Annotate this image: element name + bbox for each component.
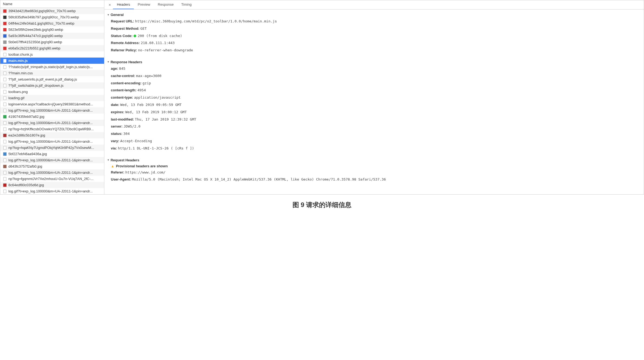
request-name: 04ff4ec24fe34ab1.jpg!q90!cc_70x70.webp	[8, 21, 74, 25]
file-type-icon	[3, 78, 7, 81]
request-row[interactable]: main.min.js	[0, 58, 104, 64]
file-type-icon	[3, 28, 7, 32]
svg-rect-3	[3, 28, 6, 31]
request-name: ??main.min.css	[8, 71, 33, 75]
header-key: Remote Address:	[111, 41, 140, 45]
request-row[interactable]: 39f43d421fbe863d.jpg!q90!cc_70x70.webp	[0, 8, 104, 14]
svg-rect-17	[3, 115, 6, 118]
file-type-icon	[3, 189, 7, 193]
svg-rect-28	[3, 184, 6, 187]
request-row[interactable]: 04ff4ec24fe34ab1.jpg!q90!cc_70x70.webp	[0, 20, 104, 26]
request-row[interactable]: toolbar.chunk.js	[0, 51, 104, 58]
request-row[interactable]: np?log=hzjhKffkcsbOOvwksYQ7Z0LTDbc8Cqwli…	[0, 126, 104, 132]
svg-rect-18	[4, 121, 6, 125]
file-type-icon	[3, 96, 7, 100]
request-name: ??jdf_switchable.js,jdf_dropdown.js	[8, 84, 64, 88]
request-row[interactable]: loading.gif	[0, 95, 104, 101]
request-row[interactable]: d643fc3757f2afb0.jpg	[0, 163, 104, 169]
request-row[interactable]: 5a93c36fN44a747c0.jpg!q90.webp	[0, 33, 104, 39]
request-row[interactable]: eb6a5c2b221fb552.jpg!q90.webp	[0, 45, 104, 51]
request-row[interactable]: loginservice.aspx?callback=jQuery2983801…	[0, 101, 104, 107]
request-row[interactable]: ??jdf_setuserinfo.js,jdf_event.js,jdf_di…	[0, 76, 104, 82]
file-type-icon	[3, 109, 7, 112]
name-column-header[interactable]: Name	[0, 0, 104, 8]
details-tabs: × HeadersPreviewResponseTiming	[104, 0, 644, 9]
header-value: gzip	[142, 81, 151, 85]
request-row[interactable]: toolbars.png	[0, 89, 104, 95]
file-type-icon	[3, 9, 7, 13]
header-value: Thu, 17 Jan 2019 12:39:32 GMT	[135, 117, 196, 121]
file-type-icon	[3, 71, 7, 75]
svg-rect-4	[3, 34, 6, 38]
header-value: Wed, 13 Feb 2019 10:00:12 GMT	[125, 110, 187, 114]
header-key: content-encoding:	[111, 81, 141, 85]
header-row: Request Method: GET	[107, 25, 640, 32]
tab-preview[interactable]: Preview	[134, 0, 154, 9]
header-value: Accept-Encoding	[120, 139, 152, 143]
svg-rect-21	[4, 140, 6, 143]
request-name: 5b0e07ffN4152350d.jpg!q90.webp	[8, 40, 62, 44]
file-type-icon	[3, 15, 7, 19]
svg-rect-1	[3, 16, 6, 19]
request-row[interactable]: 8c64edf80c035d6d.jpg	[0, 182, 104, 188]
svg-rect-19	[4, 128, 6, 131]
file-type-icon	[3, 53, 7, 56]
svg-rect-27	[4, 177, 6, 181]
request-name: log.gif?t=exp_log.100000&m=UA-J2011-1&pi…	[8, 108, 93, 112]
file-type-icon	[3, 158, 7, 162]
devtools-container: Name 39f43d421fbe863d.jpg!q90!cc_70x70.w…	[0, 0, 644, 195]
request-row[interactable]: 5b0e07ffN4152350d.jpg!q90.webp	[0, 39, 104, 45]
header-row: content-type: application/javascript	[107, 94, 640, 101]
request-row[interactable]: log.gif?t=exp_log.100000&m=UA-J2011-1&pi…	[0, 120, 104, 126]
request-row[interactable]: ??static/js/jdf_trimpath.js,static/js/jd…	[0, 64, 104, 70]
svg-rect-23	[3, 152, 6, 156]
header-row: content-encoding: gzip	[107, 80, 640, 87]
request-row[interactable]: 56fc835dNe349b797.jpg!q90!cc_70x70.webp	[0, 14, 104, 20]
request-name: 5a93c36fN44a747c0.jpg!q90.webp	[8, 34, 63, 38]
header-value: 845	[119, 66, 125, 71]
status-dot-icon	[134, 35, 136, 37]
request-name: np?log=fgqmmtJVr7Xe2mhouU-Gu7n-VUq7AN_2f…	[8, 177, 94, 181]
section-response: Response Headersage: 845cache-control: m…	[104, 57, 644, 155]
svg-rect-8	[4, 59, 6, 62]
svg-rect-2	[3, 22, 6, 25]
tab-response[interactable]: Response	[154, 0, 178, 9]
file-type-icon	[3, 90, 7, 94]
file-type-icon	[3, 171, 7, 175]
request-row[interactable]: np?log=fgqmmtJVr7Xe2mhouU-Gu7n-VUq7AN_2f…	[0, 176, 104, 182]
request-row[interactable]: 5823e5f9N2eee28eb.jpg!q90.webp	[0, 26, 104, 33]
request-row[interactable]: ??main.min.css	[0, 70, 104, 76]
request-name: ??jdf_setuserinfo.js,jdf_event.js,jdf_di…	[8, 77, 77, 81]
header-key: User-Agent:	[111, 177, 131, 181]
section-title-request[interactable]: Request Headers	[107, 157, 640, 163]
request-row[interactable]: np?log=hqaKNy7UgmdPOlqYqhK0r9P42y7Vx0sew…	[0, 145, 104, 151]
request-row[interactable]: log.gif?t=exp_log.100000&m=UA-J2011-1&pi…	[0, 188, 104, 194]
header-row: Request URL: https://misc.360buyimg.com/…	[107, 18, 640, 25]
svg-rect-29	[4, 190, 6, 193]
request-name: 5823e5f9N2eee28eb.jpg!q90.webp	[8, 28, 63, 32]
request-row[interactable]: log.gif?t=exp_log.100000&m=UA-J2011-1&pi…	[0, 169, 104, 176]
header-key: Referer:	[111, 170, 124, 174]
header-key: cache-control:	[111, 74, 135, 78]
section-title-response[interactable]: Response Headers	[107, 59, 640, 65]
request-row[interactable]: ea2e2d86c5b1807e.jpg	[0, 132, 104, 138]
tab-headers[interactable]: Headers	[113, 0, 134, 9]
request-row[interactable]: log.gif?t=exp_log.100000&m=UA-J2011-1&pi…	[0, 107, 104, 114]
header-row: Referrer Policy: no-referrer-when-downgr…	[107, 47, 640, 54]
header-row: cache-control: max-age=3600	[107, 72, 640, 80]
request-row[interactable]: 41907435feb97a82.jpg	[0, 114, 104, 120]
request-name: loginservice.aspx?callback=jQuery2983801…	[8, 102, 93, 106]
request-name: 8c64edf80c035d6d.jpg	[8, 183, 44, 187]
request-row[interactable]: log.gif?t=exp_log.100000&m=UA-J2011-1&pi…	[0, 157, 104, 163]
tab-timing[interactable]: Timing	[177, 0, 195, 9]
request-row[interactable]: 5bf227ebN6aa9436a.jpg	[0, 151, 104, 157]
request-name: 39f43d421fbe863d.jpg!q90!cc_70x70.webp	[8, 9, 76, 13]
request-name: 56fc835dNe349b797.jpg!q90!cc_70x70.webp	[8, 15, 79, 19]
request-row[interactable]: log.gif?t=exp_log.100000&m=UA-J2011-1&pi…	[0, 138, 104, 145]
close-icon[interactable]: ×	[107, 1, 113, 9]
request-name: log.gif?t=exp_log.100000&m=UA-J2011-1&pi…	[8, 158, 93, 162]
file-type-icon	[3, 121, 7, 125]
section-title-general[interactable]: General	[107, 12, 640, 18]
header-value: Wed, 13 Feb 2019 09:05:59 GMT	[120, 103, 182, 107]
request-row[interactable]: ??jdf_switchable.js,jdf_dropdown.js	[0, 82, 104, 89]
